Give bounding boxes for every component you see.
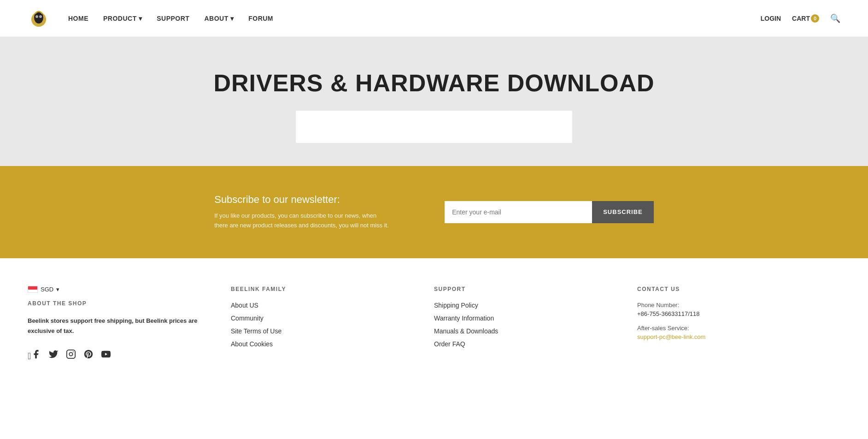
phone-label: Phone Number: <box>637 302 822 308</box>
site-footer: SGD ▾ ABOUT THE SHOP Beelink stores supp… <box>0 258 868 380</box>
social-links: ​ <box>28 349 212 362</box>
login-link[interactable]: LOGIN <box>761 15 781 22</box>
chevron-down-icon: ▾ <box>139 15 142 22</box>
subscribe-button[interactable]: SUBSCRIBE <box>592 201 654 223</box>
header-right: LOGIN CART 0 🔍 <box>761 13 840 24</box>
sg-flag <box>28 286 38 293</box>
header-left: HOME PRODUCT ▾ SUPPORT ABOUT ▾ FORUM <box>28 7 273 30</box>
footer-link-manuals[interactable]: Manuals & Downloads <box>434 327 619 335</box>
footer-about-col: SGD ▾ ABOUT THE SHOP Beelink stores supp… <box>28 286 231 362</box>
newsletter-title: Subscribe to our newsletter: <box>214 194 389 206</box>
site-header: HOME PRODUCT ▾ SUPPORT ABOUT ▾ FORUM LOG… <box>0 0 868 37</box>
support-heading: SUPPORT <box>434 286 619 292</box>
footer-link-order-faq[interactable]: Order FAQ <box>434 340 619 348</box>
footer-link-shipping-policy[interactable]: Shipping Policy <box>434 302 619 309</box>
chevron-down-icon-about: ▾ <box>230 15 234 22</box>
logo[interactable] <box>28 7 50 30</box>
svg-point-2 <box>35 15 38 18</box>
about-shop-text: Beelink stores support free shipping, bu… <box>28 316 212 336</box>
main-nav: HOME PRODUCT ▾ SUPPORT ABOUT ▾ FORUM <box>68 15 273 22</box>
twitter-icon[interactable] <box>48 349 59 362</box>
nav-item-about[interactable]: ABOUT ▾ <box>204 15 234 22</box>
hero-search-box <box>296 111 572 143</box>
footer-contact-col: CONTACT US Phone Number: +86-755-3663311… <box>637 286 840 362</box>
search-icon[interactable]: 🔍 <box>830 13 840 24</box>
phone-value: +86-755-36633117/118 <box>637 310 822 317</box>
beelink-family-links: About US Community Site Terms of Use Abo… <box>231 302 416 348</box>
email-input[interactable] <box>445 201 592 223</box>
currency-selector[interactable]: SGD ▾ <box>28 286 212 293</box>
footer-link-community[interactable]: Community <box>231 314 416 322</box>
aftersales-label: After-sales Service: <box>637 325 822 332</box>
contact-email[interactable]: support-pc@bee-link.com <box>637 333 822 340</box>
nav-item-forum[interactable]: FORUM <box>248 15 273 22</box>
footer-link-about-cookies[interactable]: About Cookies <box>231 340 416 348</box>
support-links: Shipping Policy Warranty Information Man… <box>434 302 619 348</box>
about-shop-heading: ABOUT THE SHOP <box>28 300 212 307</box>
nav-list: HOME PRODUCT ▾ SUPPORT ABOUT ▾ FORUM <box>68 15 273 22</box>
cart-badge: 0 <box>811 14 819 23</box>
beelink-family-heading: BEELINK FAMILY <box>231 286 416 292</box>
footer-support-col: SUPPORT Shipping Policy Warranty Informa… <box>434 286 637 362</box>
currency-chevron: ▾ <box>56 286 59 293</box>
footer-beelink-family-col: BEELINK FAMILY About US Community Site T… <box>231 286 434 362</box>
footer-link-about-us[interactable]: About US <box>231 302 416 309</box>
nav-item-support[interactable]: SUPPORT <box>157 15 189 22</box>
page-title: DRIVERS & HARDWARE DOWNLOAD <box>213 69 654 97</box>
youtube-icon[interactable] <box>101 349 111 362</box>
svg-point-6 <box>73 351 74 352</box>
hero-section: DRIVERS & HARDWARE DOWNLOAD <box>0 37 868 166</box>
newsletter-section: Subscribe to our newsletter: If you like… <box>0 166 868 258</box>
footer-link-site-terms[interactable]: Site Terms of Use <box>231 327 416 335</box>
currency-label: SGD <box>41 286 53 293</box>
svg-rect-4 <box>67 350 75 358</box>
pinterest-icon[interactable] <box>83 349 94 362</box>
nav-item-home[interactable]: HOME <box>68 15 88 22</box>
contact-us-heading: CONTACT US <box>637 286 822 292</box>
facebook-icon[interactable]: ​ <box>28 349 41 362</box>
instagram-icon[interactable] <box>66 349 76 362</box>
svg-point-3 <box>39 15 42 18</box>
nav-item-product[interactable]: PRODUCT ▾ <box>103 15 142 22</box>
cart-link[interactable]: CART 0 <box>792 14 819 23</box>
newsletter-text: Subscribe to our newsletter: If you like… <box>214 194 389 231</box>
footer-link-warranty[interactable]: Warranty Information <box>434 314 619 322</box>
svg-point-5 <box>70 352 73 356</box>
newsletter-form: SUBSCRIBE <box>445 201 654 223</box>
newsletter-description: If you like our products, you can subscr… <box>214 211 389 231</box>
